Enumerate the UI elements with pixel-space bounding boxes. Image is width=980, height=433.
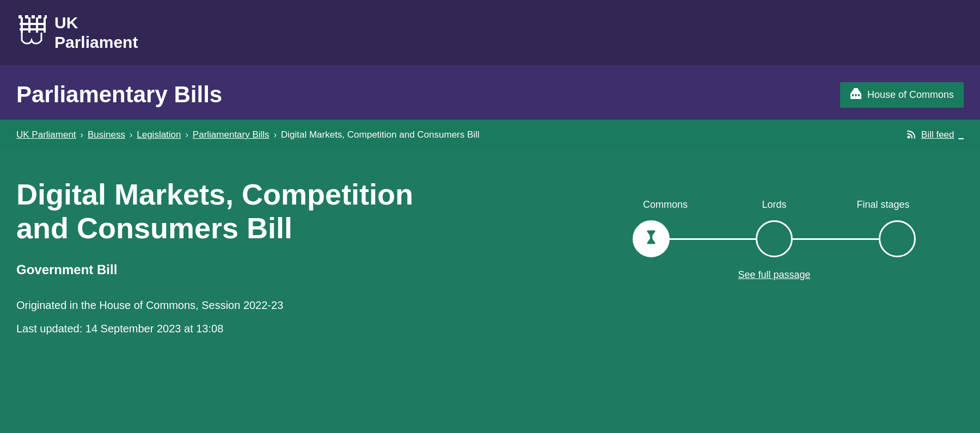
svg-rect-17	[858, 94, 860, 96]
house-of-commons-badge[interactable]: House of Commons	[840, 82, 964, 108]
breadcrumb-sep-1: ›	[81, 130, 83, 140]
parliament-logo: UKParliament	[16, 13, 138, 52]
svg-rect-15	[852, 94, 854, 96]
stage-label-commons: Commons	[633, 199, 698, 211]
breadcrumb-sep-2: ›	[130, 130, 132, 140]
svg-rect-5	[20, 28, 45, 30]
portcullis-icon	[16, 15, 47, 50]
breadcrumb-current-bill: Digital Markets, Competition and Consume…	[281, 129, 480, 140]
bill-feed-label: Bill feed	[921, 129, 954, 140]
stage-label-lords: Lords	[742, 199, 807, 211]
svg-rect-4	[20, 23, 45, 25]
svg-rect-10	[45, 15, 47, 18]
breadcrumb-sep-4: ›	[274, 130, 277, 140]
svg-rect-16	[855, 94, 856, 96]
stage-circle-commons	[633, 220, 670, 257]
svg-rect-6	[19, 15, 22, 18]
bill-type: Government Bill	[16, 262, 425, 277]
house-of-commons-label: House of Commons	[867, 89, 954, 101]
stage-line-1	[670, 238, 756, 240]
bill-feed-link[interactable]: Bill feed _	[907, 129, 964, 141]
bill-title: Digital Markets, Competition and Consume…	[16, 177, 425, 245]
passage-section: Commons Lords Final stages	[585, 177, 964, 281]
stage-labels: Commons Lords Final stages	[633, 199, 916, 211]
parliament-name-text: UKParliament	[54, 14, 138, 51]
top-header: UKParliament	[0, 0, 980, 65]
secondary-header: Parliamentary Bills House of Commons	[0, 65, 980, 120]
svg-rect-8	[32, 15, 35, 18]
breadcrumb-legislation[interactable]: Legislation	[137, 129, 181, 140]
svg-rect-7	[25, 15, 28, 18]
breadcrumb-business[interactable]: Business	[88, 129, 125, 140]
hourglass-icon	[643, 229, 659, 249]
stage-circle-final	[879, 220, 916, 257]
building-icon	[850, 88, 862, 102]
bill-origin: Originated in the House of Commons, Sess…	[16, 299, 425, 312]
breadcrumb-parliamentary-bills[interactable]: Parliamentary Bills	[193, 129, 270, 140]
breadcrumb-sep-3: ›	[186, 130, 188, 140]
stage-diagram	[633, 220, 916, 257]
svg-rect-14	[854, 88, 858, 90]
bill-feed-underscore: _	[959, 129, 964, 140]
svg-point-18	[908, 135, 910, 138]
bill-updated: Last updated: 14 September 2023 at 13:08	[16, 323, 425, 335]
stage-label-final: Final stages	[850, 199, 916, 211]
breadcrumb-uk-parliament[interactable]: UK Parliament	[16, 129, 76, 140]
breadcrumb-bar: UK Parliament › Business › Legislation ›…	[0, 120, 980, 150]
main-content: Digital Markets, Competition and Consume…	[0, 150, 980, 433]
svg-rect-9	[38, 15, 41, 18]
rss-icon	[907, 129, 917, 141]
breadcrumb-nav: UK Parliament › Business › Legislation ›…	[16, 129, 480, 140]
parliament-name: UKParliament	[54, 13, 138, 52]
stage-line-2	[793, 238, 879, 240]
stage-circle-lords	[756, 220, 793, 257]
bill-info-section: Digital Markets, Competition and Consume…	[16, 177, 425, 335]
page-title: Parliamentary Bills	[16, 82, 222, 108]
see-full-passage-link[interactable]: See full passage	[738, 269, 810, 281]
